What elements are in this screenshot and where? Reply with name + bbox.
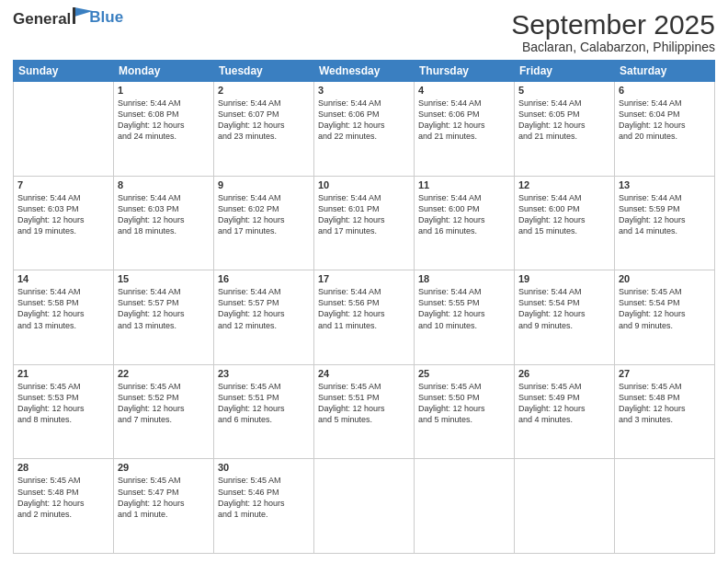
table-row: 20Sunrise: 5:45 AMSunset: 5:54 PMDayligh…	[615, 270, 715, 365]
cell-info: Sunrise: 5:44 AMSunset: 6:03 PMDaylight:…	[17, 192, 109, 237]
table-row: 2Sunrise: 5:44 AMSunset: 6:07 PMDaylight…	[214, 82, 314, 177]
col-monday: Monday	[114, 61, 214, 82]
cell-info: Sunrise: 5:44 AMSunset: 5:59 PMDaylight:…	[619, 192, 711, 237]
cell-info: Sunrise: 5:45 AMSunset: 5:48 PMDaylight:…	[17, 475, 109, 520]
table-row	[14, 82, 114, 177]
table-row: 1Sunrise: 5:44 AMSunset: 6:08 PMDaylight…	[114, 82, 214, 177]
table-row: 11Sunrise: 5:44 AMSunset: 6:00 PMDayligh…	[415, 176, 515, 270]
table-row: 19Sunrise: 5:44 AMSunset: 5:54 PMDayligh…	[515, 270, 615, 365]
table-row: 14Sunrise: 5:44 AMSunset: 5:58 PMDayligh…	[14, 270, 114, 365]
cell-info: Sunrise: 5:45 AMSunset: 5:51 PMDaylight:…	[218, 381, 310, 426]
cell-info: Sunrise: 5:45 AMSunset: 5:52 PMDaylight:…	[118, 381, 210, 426]
day-number: 22	[118, 368, 210, 379]
table-row: 3Sunrise: 5:44 AMSunset: 6:06 PMDaylight…	[314, 82, 415, 177]
cell-info: Sunrise: 5:45 AMSunset: 5:49 PMDaylight:…	[518, 381, 610, 426]
table-row: 12Sunrise: 5:44 AMSunset: 6:00 PMDayligh…	[515, 176, 615, 270]
subtitle: Baclaran, Calabarzon, Philippines	[511, 40, 715, 54]
table-row: 30Sunrise: 5:45 AMSunset: 5:46 PMDayligh…	[214, 459, 314, 554]
day-number: 25	[418, 368, 510, 379]
cell-info: Sunrise: 5:44 AMSunset: 6:06 PMDaylight:…	[318, 98, 410, 143]
cell-info: Sunrise: 5:45 AMSunset: 5:48 PMDaylight:…	[619, 381, 711, 426]
main-title: September 2025	[511, 9, 715, 40]
cell-info: Sunrise: 5:45 AMSunset: 5:51 PMDaylight:…	[318, 381, 410, 426]
table-row: 8Sunrise: 5:44 AMSunset: 6:03 PMDaylight…	[114, 176, 214, 270]
cell-info: Sunrise: 5:44 AMSunset: 6:00 PMDaylight:…	[518, 192, 610, 237]
day-number: 6	[619, 85, 711, 96]
day-number: 10	[318, 179, 410, 190]
table-row: 13Sunrise: 5:44 AMSunset: 5:59 PMDayligh…	[615, 176, 715, 270]
table-row	[415, 459, 515, 554]
title-block: September 2025 Baclaran, Calabarzon, Phi…	[511, 9, 715, 54]
table-row: 25Sunrise: 5:45 AMSunset: 5:50 PMDayligh…	[415, 364, 515, 459]
day-number: 7	[17, 179, 109, 190]
day-number: 13	[619, 179, 711, 190]
logo-general: General	[13, 10, 71, 28]
cell-info: Sunrise: 5:45 AMSunset: 5:54 PMDaylight:…	[619, 286, 711, 331]
table-row: 26Sunrise: 5:45 AMSunset: 5:49 PMDayligh…	[515, 364, 615, 459]
day-number: 15	[118, 273, 210, 284]
day-number: 27	[619, 368, 711, 379]
table-row: 5Sunrise: 5:44 AMSunset: 6:05 PMDaylight…	[515, 82, 615, 177]
table-row: 9Sunrise: 5:44 AMSunset: 6:02 PMDaylight…	[214, 176, 314, 270]
day-number: 20	[619, 273, 711, 284]
svg-rect-1	[73, 7, 75, 24]
table-row	[314, 459, 415, 554]
day-number: 11	[418, 179, 510, 190]
logo: General Blue	[13, 9, 123, 29]
table-row: 27Sunrise: 5:45 AMSunset: 5:48 PMDayligh…	[615, 364, 715, 459]
calendar-week-row: 1Sunrise: 5:44 AMSunset: 6:08 PMDaylight…	[14, 82, 715, 177]
table-row: 29Sunrise: 5:45 AMSunset: 5:47 PMDayligh…	[114, 459, 214, 554]
day-number: 8	[118, 179, 210, 190]
cell-info: Sunrise: 5:44 AMSunset: 5:58 PMDaylight:…	[17, 286, 109, 331]
table-row: 21Sunrise: 5:45 AMSunset: 5:53 PMDayligh…	[14, 364, 114, 459]
day-number: 2	[218, 85, 310, 96]
cell-info: Sunrise: 5:44 AMSunset: 6:07 PMDaylight:…	[218, 98, 310, 143]
calendar-week-row: 7Sunrise: 5:44 AMSunset: 6:03 PMDaylight…	[14, 176, 715, 270]
cell-info: Sunrise: 5:44 AMSunset: 5:55 PMDaylight:…	[418, 286, 510, 331]
day-number: 19	[518, 273, 610, 284]
cell-info: Sunrise: 5:44 AMSunset: 6:05 PMDaylight:…	[518, 98, 610, 143]
table-row: 22Sunrise: 5:45 AMSunset: 5:52 PMDayligh…	[114, 364, 214, 459]
cell-info: Sunrise: 5:44 AMSunset: 5:57 PMDaylight:…	[118, 286, 210, 331]
table-row: 17Sunrise: 5:44 AMSunset: 5:56 PMDayligh…	[314, 270, 415, 365]
col-saturday: Saturday	[615, 61, 715, 82]
day-number: 26	[518, 368, 610, 379]
cell-info: Sunrise: 5:45 AMSunset: 5:53 PMDaylight:…	[17, 381, 109, 426]
day-number: 14	[17, 273, 109, 284]
table-row	[615, 459, 715, 554]
day-number: 16	[218, 273, 310, 284]
header: General Blue September 2025 Baclaran, Ca…	[13, 9, 715, 54]
day-number: 9	[218, 179, 310, 190]
cell-info: Sunrise: 5:45 AMSunset: 5:47 PMDaylight:…	[118, 475, 210, 520]
table-row: 7Sunrise: 5:44 AMSunset: 6:03 PMDaylight…	[14, 176, 114, 270]
cell-info: Sunrise: 5:44 AMSunset: 5:56 PMDaylight:…	[318, 286, 410, 331]
col-sunday: Sunday	[14, 61, 114, 82]
calendar-week-row: 28Sunrise: 5:45 AMSunset: 5:48 PMDayligh…	[14, 459, 715, 554]
table-row: 4Sunrise: 5:44 AMSunset: 6:06 PMDaylight…	[415, 82, 515, 177]
day-number: 1	[118, 85, 210, 96]
table-row: 28Sunrise: 5:45 AMSunset: 5:48 PMDayligh…	[14, 459, 114, 554]
day-number: 5	[518, 85, 610, 96]
day-number: 3	[318, 85, 410, 96]
day-number: 30	[218, 462, 310, 473]
day-number: 23	[218, 368, 310, 379]
day-number: 24	[318, 368, 410, 379]
day-number: 29	[118, 462, 210, 473]
col-tuesday: Tuesday	[214, 61, 314, 82]
table-row: 24Sunrise: 5:45 AMSunset: 5:51 PMDayligh…	[314, 364, 415, 459]
col-friday: Friday	[515, 61, 615, 82]
col-wednesday: Wednesday	[314, 61, 415, 82]
cell-info: Sunrise: 5:44 AMSunset: 6:08 PMDaylight:…	[118, 98, 210, 143]
table-row: 16Sunrise: 5:44 AMSunset: 5:57 PMDayligh…	[214, 270, 314, 365]
table-row: 18Sunrise: 5:44 AMSunset: 5:55 PMDayligh…	[415, 270, 515, 365]
table-row: 23Sunrise: 5:45 AMSunset: 5:51 PMDayligh…	[214, 364, 314, 459]
table-row: 6Sunrise: 5:44 AMSunset: 6:04 PMDaylight…	[615, 82, 715, 177]
cell-info: Sunrise: 5:44 AMSunset: 6:02 PMDaylight:…	[218, 192, 310, 237]
col-thursday: Thursday	[415, 61, 515, 82]
cell-info: Sunrise: 5:45 AMSunset: 5:50 PMDaylight:…	[418, 381, 510, 426]
cell-info: Sunrise: 5:44 AMSunset: 6:00 PMDaylight:…	[418, 192, 510, 237]
table-row	[515, 459, 615, 554]
table-row: 15Sunrise: 5:44 AMSunset: 5:57 PMDayligh…	[114, 270, 214, 365]
calendar-week-row: 14Sunrise: 5:44 AMSunset: 5:58 PMDayligh…	[14, 270, 715, 365]
calendar-header-row: Sunday Monday Tuesday Wednesday Thursday…	[14, 61, 715, 82]
